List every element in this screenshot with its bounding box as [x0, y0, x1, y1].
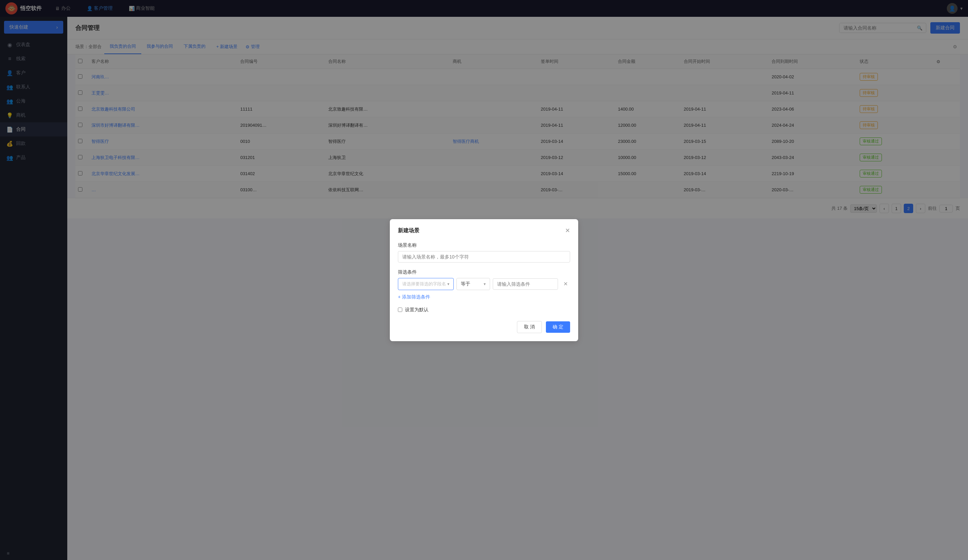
cancel-button[interactable]: 取 消 [517, 321, 542, 333]
add-filter-button[interactable]: + 添加筛选条件 [398, 294, 430, 300]
scene-name-label: 场景名称 [398, 242, 570, 248]
modal-footer: 取 消 确 定 [398, 321, 570, 333]
filter-op-label: 等于 [461, 281, 470, 287]
modal-close-button[interactable]: ✕ [565, 228, 570, 234]
filter-field-placeholder: 请选择要筛选的字段名 [402, 281, 446, 287]
filter-value-input[interactable] [493, 278, 558, 290]
modal-title: 新建场景 [398, 227, 419, 234]
modal-header: 新建场景 ✕ [398, 227, 570, 234]
filter-field-select[interactable]: 请选择要筛选的字段名 ▾ [398, 278, 454, 290]
default-checkbox-row: 设置为默认 [398, 307, 570, 313]
scene-name-input[interactable] [398, 251, 570, 263]
new-scene-modal: 新建场景 ✕ 场景名称 筛选条件 请选择要筛选的字段名 ▾ 等于 ▾ ✕ + 添… [390, 219, 578, 341]
filter-row: 请选择要筛选的字段名 ▾ 等于 ▾ ✕ [398, 278, 570, 290]
default-checkbox-label[interactable]: 设置为默认 [405, 307, 429, 313]
filter-op-chevron-icon: ▾ [484, 282, 486, 286]
filter-op-select[interactable]: 等于 ▾ [456, 278, 490, 290]
modal-overlay: 新建场景 ✕ 场景名称 筛选条件 请选择要筛选的字段名 ▾ 等于 ▾ ✕ + 添… [0, 0, 968, 560]
filter-field-chevron-icon: ▾ [448, 282, 449, 286]
default-checkbox[interactable] [398, 307, 402, 312]
filter-label: 筛选条件 [398, 269, 570, 275]
filter-clear-button[interactable]: ✕ [561, 279, 570, 289]
confirm-button[interactable]: 确 定 [546, 321, 570, 333]
